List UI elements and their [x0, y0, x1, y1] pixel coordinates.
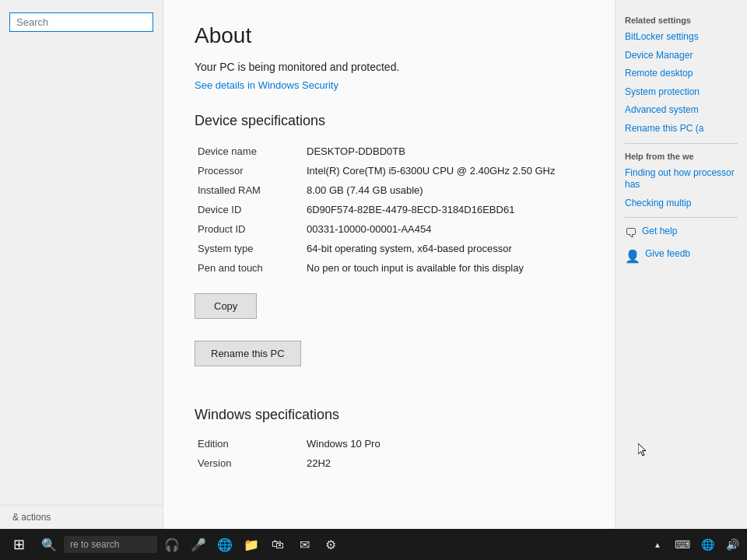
rename-pc-button[interactable]: Rename this PC	[195, 341, 301, 366]
system-type-value: 64-bit operating system, x64-based proce…	[303, 239, 584, 258]
security-notice: Your PC is being monitored and protected…	[195, 61, 584, 73]
network-icon[interactable]: 🌐	[696, 533, 719, 556]
ram-label: Installed RAM	[195, 180, 303, 200]
taskbar-headphones-icon[interactable]: 🎧	[160, 533, 184, 556]
finding-link[interactable]: Finding out how processor has	[625, 167, 738, 191]
table-row: System type 64-bit operating system, x64…	[195, 239, 584, 258]
divider2	[625, 217, 738, 218]
table-row: Installed RAM 8.00 GB (7.44 GB usable)	[195, 180, 584, 200]
taskbar-search-icon[interactable]: 🔍	[37, 533, 61, 556]
rename-pc-right-link[interactable]: Rename this PC (a	[625, 123, 738, 135]
divider	[625, 143, 738, 144]
system-type-label: System type	[195, 239, 303, 258]
start-icon: ⊞	[13, 536, 25, 553]
pen-touch-value: No pen or touch input is available for t…	[303, 258, 584, 278]
volume-icon[interactable]: 🔊	[721, 533, 744, 556]
taskbar-search-text: re to search	[70, 539, 119, 550]
get-help-item: 🗨 Get help	[625, 226, 738, 240]
taskbar-store-icon[interactable]: 🛍	[266, 533, 289, 556]
bitlocker-link[interactable]: BitLocker settings	[625, 31, 738, 44]
taskbar-right: ▲ ⌨ 🌐 🔊	[646, 533, 744, 556]
remote-desktop-link[interactable]: Remote desktop	[625, 68, 738, 80]
tray-expand-icon[interactable]: ▲	[646, 533, 669, 556]
table-row: Edition Windows 10 Pro	[195, 434, 584, 453]
checking-link[interactable]: Checking multip	[625, 198, 738, 210]
taskbar-settings-icon[interactable]: ⚙	[319, 533, 342, 556]
device-specs-table: Device name DESKTOP-DDBD0TB Processor In…	[195, 142, 584, 278]
device-name-value: DESKTOP-DDBD0TB	[303, 142, 584, 161]
help-section: 🗨 Get help 👤 Give feedb	[625, 226, 738, 264]
main-content: About Your PC is being monitored and pro…	[163, 0, 615, 529]
table-row: Device ID 6D90F574-82BE-4479-8ECD-3184D1…	[195, 200, 584, 219]
device-id-label: Device ID	[195, 200, 303, 219]
version-label: Version	[195, 453, 303, 473]
right-panel: Related settings BitLocker settings Devi…	[615, 0, 747, 529]
windows-specs-table: Edition Windows 10 Pro Version 22H2	[195, 434, 584, 473]
advanced-system-link[interactable]: Advanced system	[625, 104, 738, 117]
help-title: Help from the we	[625, 152, 738, 161]
taskbar-folder-icon[interactable]: 📁	[240, 533, 263, 556]
table-row: Device name DESKTOP-DDBD0TB	[195, 142, 584, 161]
search-input[interactable]	[9, 12, 153, 32]
pen-touch-label: Pen and touch	[195, 258, 303, 278]
security-link[interactable]: See details in Windows Security	[195, 79, 338, 91]
system-tray: ▲ ⌨ 🌐 🔊	[646, 533, 744, 556]
device-specs-title: Device specifications	[195, 113, 584, 129]
processor-label: Processor	[195, 161, 303, 180]
taskbar-mail-icon[interactable]: ✉	[293, 533, 316, 556]
version-value: 22H2	[303, 453, 584, 473]
sidebar: & actions	[0, 0, 163, 529]
taskbar-search[interactable]: re to search	[64, 536, 157, 553]
processor-value: Intel(R) Core(TM) i5-6300U CPU @ 2.40GHz…	[303, 161, 584, 180]
device-manager-link[interactable]: Device Manager	[625, 50, 738, 62]
get-help-icon: 🗨	[625, 226, 637, 240]
edition-label: Edition	[195, 434, 303, 453]
product-id-label: Product ID	[195, 219, 303, 239]
give-feedback-icon: 👤	[625, 249, 640, 264]
windows-specs-title: Windows specifications	[195, 407, 584, 423]
device-name-label: Device name	[195, 142, 303, 161]
start-button[interactable]: ⊞	[3, 529, 34, 560]
related-settings-title: Related settings	[625, 16, 738, 25]
taskbar: ⊞ 🔍 re to search 🎧 🎤 🌐 📁 🛍 ✉ ⚙ ▲ ⌨ 🌐 🔊	[0, 529, 747, 560]
table-row: Version 22H2	[195, 453, 584, 473]
edition-value: Windows 10 Pro	[303, 434, 584, 453]
product-id-value: 00331-10000-00001-AA454	[303, 219, 584, 239]
give-feedback-text[interactable]: Give feedb	[645, 248, 690, 261]
taskbar-mic-icon[interactable]: 🎤	[187, 533, 210, 556]
device-id-value: 6D90F574-82BE-4479-8ECD-3184D16EBD61	[303, 200, 584, 219]
copy-button[interactable]: Copy	[195, 293, 257, 319]
page-title: About	[195, 23, 584, 48]
sidebar-actions: & actions	[0, 505, 163, 529]
get-help-text[interactable]: Get help	[642, 226, 677, 238]
ram-value: 8.00 GB (7.44 GB usable)	[303, 180, 584, 200]
sidebar-nav	[0, 40, 163, 505]
system-protection-link[interactable]: System protection	[625, 86, 738, 99]
sidebar-search-container	[9, 12, 153, 32]
table-row: Processor Intel(R) Core(TM) i5-6300U CPU…	[195, 161, 584, 180]
table-row: Pen and touch No pen or touch input is a…	[195, 258, 584, 278]
table-row: Product ID 00331-10000-00001-AA454	[195, 219, 584, 239]
actions-label: & actions	[12, 512, 51, 523]
taskbar-edge-icon[interactable]: 🌐	[213, 533, 237, 556]
keyboard-icon[interactable]: ⌨	[671, 533, 694, 556]
magnifier-icon: 🔍	[41, 537, 57, 552]
give-feedback-item: 👤 Give feedb	[625, 248, 738, 264]
